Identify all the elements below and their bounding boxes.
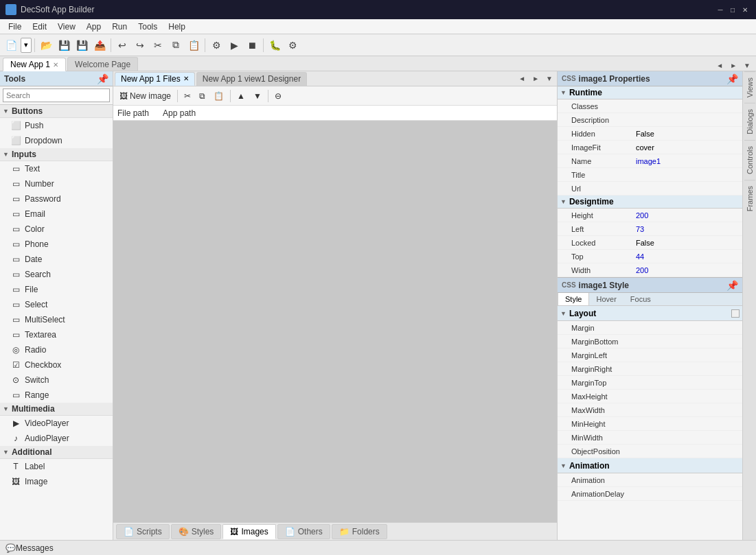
copy-content-btn[interactable]: ⧉ xyxy=(196,88,209,104)
tool-multiselect[interactable]: ▭ MultiSelect xyxy=(0,312,113,327)
maximize-button[interactable]: □ xyxy=(727,4,738,15)
tb-btn-10[interactable]: ⚙ xyxy=(284,37,301,54)
tool-password[interactable]: ▭ Password xyxy=(0,191,113,206)
copy-tb-btn[interactable]: ⧉ xyxy=(168,37,184,54)
new-image-button[interactable]: 🖼 New image xyxy=(116,88,174,104)
tool-file[interactable]: ▭ File xyxy=(0,282,113,297)
tool-audioplayer[interactable]: ♪ AudioPlayer xyxy=(0,431,113,446)
paste-tb-btn[interactable]: 📋 xyxy=(185,37,202,54)
tb-btn-6[interactable]: ⚙ xyxy=(208,37,225,54)
open-btn[interactable]: 📂 xyxy=(38,37,54,54)
tool-phone[interactable]: ▭ Phone xyxy=(0,237,113,252)
bottom-tab-others[interactable]: 📄 Others xyxy=(277,524,330,539)
search-input[interactable] xyxy=(3,88,110,102)
cut-content-btn[interactable]: ✂ xyxy=(181,88,194,104)
vtab-controls[interactable]: Controls xyxy=(744,140,755,180)
style-tab-style[interactable]: Style xyxy=(558,293,589,305)
vtab-dialogs[interactable]: Dialogs xyxy=(744,103,755,140)
menu-file[interactable]: File xyxy=(3,21,27,33)
properties-pin[interactable]: 📌 xyxy=(726,73,738,84)
layout-scroll-up[interactable] xyxy=(731,309,740,318)
tool-videoplayer[interactable]: ▶ VideoPlayer xyxy=(0,416,113,431)
prop-height: Height 200 xyxy=(558,209,742,222)
style-pin[interactable]: 📌 xyxy=(726,280,738,291)
category-inputs[interactable]: ▼ Inputs xyxy=(0,148,113,161)
style-tab-hover[interactable]: Hover xyxy=(589,293,623,305)
file-tab-close-files[interactable]: ✕ xyxy=(183,75,189,82)
paste-content-btn[interactable]: 📋 xyxy=(210,88,227,104)
tool-range[interactable]: ▭ Range xyxy=(0,388,113,403)
remove-btn[interactable]: ⊖ xyxy=(271,88,285,104)
tool-radio[interactable]: ◎ Radio xyxy=(0,342,113,357)
tool-select[interactable]: ▭ Select xyxy=(0,297,113,312)
move-down-btn[interactable]: ▼ xyxy=(250,88,265,104)
bottom-tab-images[interactable]: 🖼 Images xyxy=(222,524,275,539)
tb-btn-7[interactable]: ▶ xyxy=(226,37,242,54)
lprop-margin: Margin xyxy=(558,321,742,335)
main-tab-welcome[interactable]: Welcome Page xyxy=(67,57,138,71)
tool-text[interactable]: ▭ Text xyxy=(0,161,113,176)
bottom-tab-folders[interactable]: 📁 Folders xyxy=(332,524,387,539)
close-button[interactable]: ✕ xyxy=(740,4,751,15)
tb-btn-9[interactable]: 🐛 xyxy=(266,37,283,54)
undo-btn[interactable]: ↩ xyxy=(114,37,130,54)
menu-help[interactable]: Help xyxy=(163,21,191,33)
bottom-tab-styles[interactable]: 🎨 Styles xyxy=(171,524,222,539)
tool-color[interactable]: ▭ Color xyxy=(0,222,113,237)
move-up-btn[interactable]: ▲ xyxy=(233,88,249,104)
file-tab-next[interactable]: ► xyxy=(529,73,542,84)
file-tab-designer[interactable]: New App 1 view1 Designer xyxy=(196,72,307,86)
menu-view[interactable]: View xyxy=(52,21,81,33)
tb-btn-8[interactable]: ⏹ xyxy=(244,37,260,54)
vtab-views[interactable]: Views xyxy=(744,71,755,103)
tab-menu-btn[interactable]: ▼ xyxy=(741,60,753,71)
category-buttons[interactable]: ▼ Buttons xyxy=(0,105,113,118)
title-bar-text: DecSoft App Builder xyxy=(21,5,711,14)
main-tab-newapp[interactable]: New App 1 ✕ xyxy=(3,58,66,71)
category-additional[interactable]: ▼ Additional xyxy=(0,446,113,459)
menu-edit[interactable]: Edit xyxy=(27,21,52,33)
new-btn[interactable]: 📄 xyxy=(3,37,19,54)
redo-btn[interactable]: ↪ xyxy=(132,37,148,54)
style-tab-focus[interactable]: Focus xyxy=(623,293,658,305)
tool-dropdown[interactable]: ⬜ Dropdown xyxy=(0,133,113,148)
tool-switch[interactable]: ⊙ Switch xyxy=(0,373,113,388)
new-dropdown[interactable]: ▾ xyxy=(21,38,32,53)
tool-push[interactable]: ⬜ Push xyxy=(0,118,113,133)
designtime-category[interactable]: ▼ Designtime xyxy=(558,196,742,209)
tool-image[interactable]: 🖼 Image xyxy=(0,474,113,489)
layout-category[interactable]: ▼ Layout xyxy=(558,306,742,321)
file-tab-files[interactable]: New App 1 Files ✕ xyxy=(115,72,195,86)
menu-tools[interactable]: Tools xyxy=(133,21,163,33)
tab-prev-btn[interactable]: ◄ xyxy=(713,60,726,71)
tool-checkbox[interactable]: ☑ Checkbox xyxy=(0,357,113,373)
tab-next-btn[interactable]: ► xyxy=(727,60,740,71)
file-tab-prev[interactable]: ◄ xyxy=(516,73,528,84)
animation-category[interactable]: ▼ Animation xyxy=(558,458,742,473)
menu-app[interactable]: App xyxy=(81,21,106,33)
tool-date[interactable]: ▭ Date xyxy=(0,252,113,267)
runtime-category[interactable]: ▼ Runtime xyxy=(558,86,742,99)
vtab-frames[interactable]: Frames xyxy=(744,180,755,217)
export-btn[interactable]: 📤 xyxy=(91,37,108,54)
minimize-button[interactable]: ─ xyxy=(715,4,726,15)
file-tab-menu[interactable]: ▼ xyxy=(543,73,555,84)
category-multimedia[interactable]: ▼ Multimedia xyxy=(0,403,113,416)
main-tab-close-newapp[interactable]: ✕ xyxy=(53,61,58,69)
tool-number[interactable]: ▭ Number xyxy=(0,176,113,191)
menu-run[interactable]: Run xyxy=(106,21,133,33)
bottom-tab-scripts[interactable]: 📄 Scripts xyxy=(116,524,170,539)
cut-tb-btn[interactable]: ✂ xyxy=(150,37,166,54)
tool-textarea[interactable]: ▭ Textarea xyxy=(0,327,113,342)
tools-panel-pin[interactable]: 📌 xyxy=(97,73,108,84)
save-as-btn[interactable]: 💾 xyxy=(73,37,90,54)
canvas-area[interactable] xyxy=(113,121,557,522)
vertical-tabs: Views Dialogs Controls Frames xyxy=(742,71,756,540)
save-btn[interactable]: 💾 xyxy=(56,37,72,54)
properties-header: CSS image1 Properties 📌 xyxy=(558,71,742,86)
file-tab-nav: ◄ ► ▼ xyxy=(516,73,557,84)
lprop-margintop: MarginTop xyxy=(558,376,742,390)
tool-email[interactable]: ▭ Email xyxy=(0,206,113,222)
tool-search[interactable]: ▭ Search xyxy=(0,267,113,282)
tool-label[interactable]: T Label xyxy=(0,459,113,474)
